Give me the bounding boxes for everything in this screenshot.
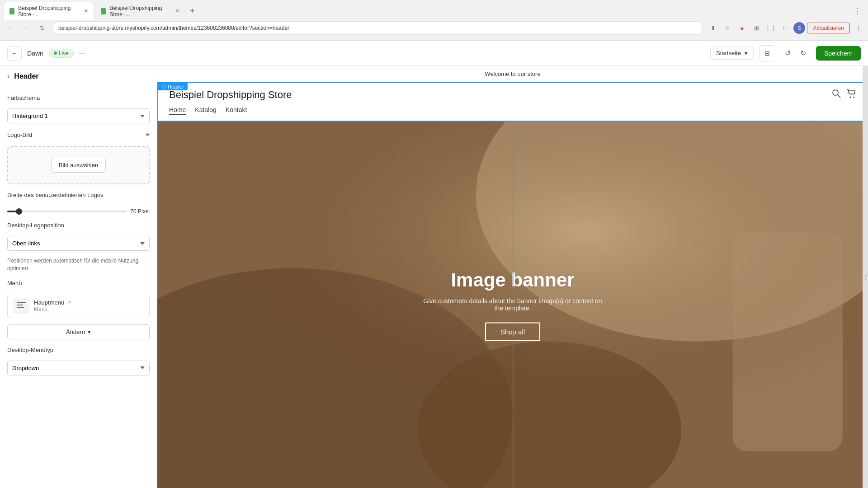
slider-value: 70 Pixel	[130, 208, 150, 215]
redo-button[interactable]: ↻	[796, 46, 811, 61]
panel-header: ‹ Header	[0, 66, 157, 87]
app-layout: ← Dawn Live ··· Startseite ▾ ⊟ ↺ ↻ Speic…	[0, 41, 868, 488]
tab-close-1[interactable]: ✕	[84, 8, 88, 14]
profile-avatar[interactable]: S	[793, 22, 805, 34]
menu-item-box[interactable]: Hauptmenü ↗ Menü	[7, 294, 150, 318]
forward-nav-button[interactable]: →	[20, 22, 33, 34]
banner-title: Image banner	[422, 269, 603, 291]
undo-button[interactable]: ↺	[781, 46, 795, 61]
tab-close-2[interactable]: ✕	[175, 8, 179, 14]
new-tab-button[interactable]: +	[186, 5, 198, 18]
slider-thumb[interactable]	[16, 208, 22, 215]
farbschema-section: Farbschema Hintergrund 1 Hintergrund 2	[7, 94, 150, 123]
farbschema-select[interactable]: Hintergrund 1 Hintergrund 2	[7, 108, 150, 123]
image-upload-area: Bild auswählen	[7, 146, 150, 184]
nav-item-home[interactable]: Home	[169, 106, 186, 115]
share-icon[interactable]: ⬆	[707, 22, 719, 34]
breite-label: Breite des benutzerdefinierten Logos	[7, 192, 150, 198]
nav-item-kontakt[interactable]: Kontakt	[226, 106, 247, 115]
store-title: Beispiel Dropshipping Store	[169, 89, 292, 101]
star-icon[interactable]: ☆	[721, 22, 734, 34]
preview-header-section: ⬡ Header Beispiel Dropshipping Store	[157, 82, 868, 122]
resize-handle[interactable]	[863, 66, 868, 488]
toolbar-back-button[interactable]: ←	[7, 46, 22, 61]
andern-label: Ändern	[66, 328, 85, 335]
address-bar[interactable]: beispiel-dropshipping-store.myshopify.co…	[52, 21, 703, 35]
bookmark-icon[interactable]: □	[779, 22, 792, 34]
preview-announcement: Welcome to our store	[157, 66, 868, 82]
desktop-menutyp-label: Desktop-Menütyp	[7, 347, 150, 353]
slider-row: 70 Pixel	[7, 208, 150, 215]
menu-lines-icon	[17, 302, 26, 310]
page-selector[interactable]: Startseite ▾	[710, 47, 754, 60]
tab-label-2: Beispiel Dropshipping Store ·...	[109, 5, 170, 18]
browser-tab-1[interactable]: Beispiel Dropshipping Store ·... ✕	[4, 2, 94, 20]
logoposition-info: Positionen werden automatisch für die mo…	[7, 257, 150, 272]
browser-tabs: Beispiel Dropshipping Store ·... ✕ Beisp…	[0, 0, 868, 18]
announcement-text: Welcome to our store	[485, 70, 540, 77]
logo-bild-section: Logo-Bild ≡ Bild auswählen	[7, 131, 150, 184]
header-badge-icon: ⬡	[161, 84, 166, 89]
menu-item-name: Hauptmenü ↗	[34, 299, 71, 306]
tab-favicon-2	[101, 8, 106, 14]
browser-menu-icon[interactable]: ⋮	[854, 7, 864, 15]
desktop-menutyp-select[interactable]: Dropdown Mega-Menü	[7, 361, 150, 375]
svg-line-4	[838, 95, 840, 98]
reload-nav-button[interactable]: ↻	[36, 22, 49, 34]
panel-back-button[interactable]: ‹	[7, 72, 9, 80]
browser-more-icon[interactable]: ⋮	[852, 22, 864, 34]
cart-icon-button[interactable]	[846, 89, 856, 101]
panel-title: Header	[14, 72, 38, 80]
breite-section: Breite des benutzerdefinierten Logos 70 …	[7, 192, 150, 215]
andern-button[interactable]: Ändern ▾	[7, 324, 150, 339]
save-button[interactable]: Speichern	[816, 46, 861, 61]
back-nav-button[interactable]: ←	[4, 22, 16, 34]
left-panel: ‹ Header Farbschema Hintergrund 1 Hinter…	[0, 66, 157, 488]
theme-name: Dawn	[27, 50, 43, 57]
browser-tab-2[interactable]: Beispiel Dropshipping Store ·... ✕	[95, 2, 185, 20]
page-selector-chevron: ▾	[745, 50, 748, 56]
extensions-icon[interactable]: ⊞	[750, 22, 763, 34]
header-badge: ⬡ Header	[158, 83, 188, 90]
undo-redo-group: ↺ ↻	[781, 46, 811, 61]
nav-item-katalog[interactable]: Katalog	[195, 106, 216, 115]
search-icon-button[interactable]	[832, 89, 841, 101]
svg-rect-1	[17, 305, 23, 305]
tab-favicon-1	[9, 8, 14, 14]
stack-icon: ≡	[146, 131, 150, 139]
right-preview: Welcome to our store ⬡ Header Beispiel D…	[157, 66, 868, 488]
viewport-button[interactable]: ⊟	[759, 45, 775, 61]
banner-content: Image banner Give customers details abou…	[422, 269, 603, 341]
preview-banner: Image banner Give customers details abou…	[157, 122, 868, 488]
slider-track[interactable]	[7, 211, 127, 212]
banner-description: Give customers details about the banner …	[422, 297, 603, 311]
back-arrow-icon: ←	[11, 50, 18, 57]
menu-item-info: Hauptmenü ↗ Menü	[34, 299, 71, 312]
live-label: Live	[59, 50, 69, 56]
andern-arrow-icon: ▾	[88, 328, 91, 335]
bild-auswahlen-button[interactable]: Bild auswählen	[51, 158, 106, 173]
live-badge: Live	[49, 49, 74, 58]
cart-icon	[846, 89, 856, 99]
svg-point-6	[854, 97, 855, 98]
svg-rect-0	[17, 302, 26, 303]
menu-item-icon	[13, 298, 29, 314]
menu-section: Menü Hauptmenü	[7, 280, 150, 339]
preview-header: Beispiel Dropshipping Store	[158, 83, 867, 106]
segment-icon: ⊟	[764, 50, 770, 57]
shop-all-button[interactable]: Shop all	[485, 322, 540, 341]
page-selector-label: Startseite	[716, 50, 741, 56]
external-link-icon: ↗	[67, 300, 71, 305]
opera-icon[interactable]: ●	[736, 22, 748, 34]
theme-more-button[interactable]: ···	[79, 49, 85, 57]
farbschema-label: Farbschema	[7, 94, 150, 101]
app-toolbar: ← Dawn Live ··· Startseite ▾ ⊟ ↺ ↻ Speic…	[0, 41, 868, 66]
logoposition-select[interactable]: Oben links Oben Mitte Oben rechts	[7, 236, 150, 251]
aktualisieren-button[interactable]: Aktualisieren	[807, 23, 850, 33]
browser-chrome: Beispiel Dropshipping Store ·... ✕ Beisp…	[0, 0, 868, 41]
menu-label: Menü	[7, 280, 150, 286]
main-content: ‹ Header Farbschema Hintergrund 1 Hinter…	[0, 66, 868, 488]
header-icons	[832, 89, 856, 101]
grid-icon[interactable]: ⋮⋮	[764, 22, 777, 34]
svg-point-5	[850, 97, 851, 98]
